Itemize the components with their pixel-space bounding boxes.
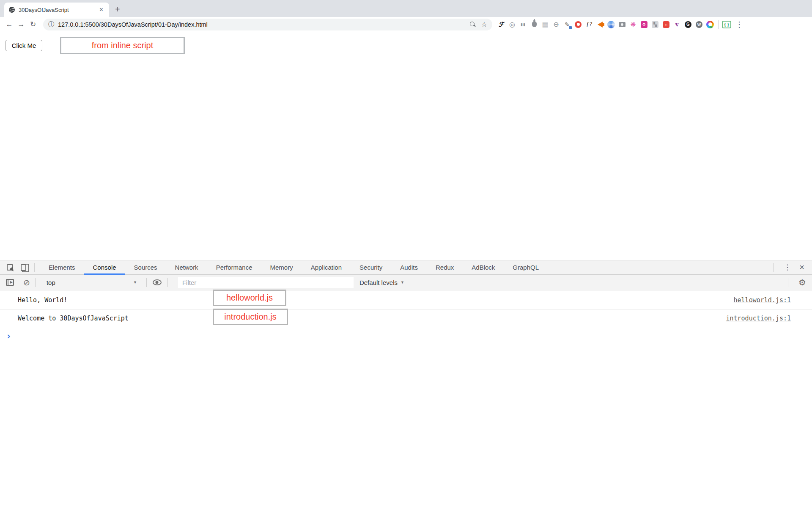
inline-script-output-box: from inline script — [60, 37, 185, 54]
bookmark-star-icon[interactable]: ☆ — [481, 20, 487, 28]
g-circle-extension-icon[interactable]: G — [683, 19, 694, 30]
red-circle-extension-icon[interactable] — [573, 19, 584, 30]
chevron-down-icon: ▼ — [133, 280, 137, 284]
click-me-button[interactable]: Click Me — [5, 40, 42, 51]
camera-extension-icon[interactable] — [617, 19, 628, 30]
fn-question-extension-icon[interactable]: ƒ? — [584, 19, 595, 30]
blocks-extension-icon[interactable]: ▚ — [650, 19, 661, 30]
tab-elements[interactable]: Elements — [40, 260, 84, 275]
tab-close-icon[interactable]: × — [98, 6, 105, 14]
tab-security[interactable]: Security — [351, 260, 391, 275]
tab-title: 30DaysOfJavaScript — [19, 7, 98, 13]
devtools-separator — [167, 278, 168, 287]
tab-console[interactable]: Console — [84, 260, 125, 275]
devtools-menu-icon[interactable]: ⋮ — [779, 263, 796, 272]
devtools-tab-bar: Elements Console Sources Network Perform… — [0, 260, 812, 275]
back-icon[interactable]: ← — [3, 20, 15, 29]
live-expression-eye-icon[interactable] — [153, 279, 162, 285]
chevron-down-icon: ▼ — [401, 280, 404, 284]
browser-navbar: ← → ↻ ⓘ 127.0.0.1:5500/30DaysOfJavaScrip… — [0, 17, 812, 32]
page-info-icon[interactable]: ⓘ — [48, 21, 54, 28]
fonts-extension-icon[interactable]: ℱ — [496, 19, 507, 30]
toolbar-separator — [718, 20, 719, 29]
console-message-row: Hello, World! helloworld.js:1 — [0, 290, 812, 310]
pink-gear-extension-icon[interactable]: ⚙ — [639, 19, 650, 30]
heart-search-extension-icon[interactable]: ♥ — [672, 19, 683, 30]
console-toolbar: ⊘ top ▼ Default levels ▼ ⚙ — [0, 275, 812, 290]
devtools-separator — [788, 278, 788, 287]
browser-menu-icon[interactable]: ⋮ — [735, 20, 743, 29]
address-bar[interactable]: ⓘ 127.0.0.1:5500/30DaysOfJavaScript/01-D… — [43, 19, 492, 30]
tab-network[interactable]: Network — [166, 260, 207, 275]
w-circle-extension-icon[interactable]: W — [694, 19, 705, 30]
context-selector-value: top — [47, 279, 55, 286]
columns-extension-icon[interactable]: ▮▮ — [518, 19, 529, 30]
devtools-separator — [34, 263, 35, 272]
tab-graphql[interactable]: GraphQL — [504, 260, 548, 275]
console-prompt-chevron-icon: › — [6, 331, 11, 341]
reload-icon[interactable]: ↻ — [27, 20, 39, 29]
tab-adblock[interactable]: AdBlock — [463, 260, 504, 275]
console-sidebar-icon[interactable] — [6, 279, 14, 286]
console-prompt-row[interactable]: › — [0, 327, 812, 345]
grid-extension-icon[interactable]: ▦ — [540, 19, 551, 30]
new-tab-button[interactable]: + — [115, 5, 120, 14]
extension-strip: ℱ ◎ ▮▮ ▦ ⊖ ✎ ƒ? ❋ ⚙ ▚ ∩ ♥ G W { } — [496, 19, 732, 30]
log-levels-value: Default levels — [359, 279, 398, 286]
devtools-tabbar-right: ⋮ × — [768, 262, 812, 272]
console-message-text: Welcome to 30DaysOfJavaScript — [18, 315, 129, 322]
globe-favicon-icon — [8, 6, 15, 13]
tab-redux[interactable]: Redux — [427, 260, 463, 275]
swirl-extension-icon[interactable] — [606, 19, 617, 30]
devtools-panel: Elements Console Sources Network Perform… — [0, 260, 812, 508]
annotation-box-helloworld: helloworld.js — [213, 290, 286, 306]
eyedropper-extension-icon[interactable]: ✎ — [562, 19, 573, 30]
annotation-box-introduction: introduction.js — [213, 309, 288, 325]
console-output: Hello, World! helloworld.js:1 Welcome to… — [0, 290, 812, 508]
tab-sources[interactable]: Sources — [125, 260, 166, 275]
devtools-close-icon[interactable]: × — [796, 262, 808, 272]
json-braces-extension-icon[interactable]: { } — [721, 19, 732, 30]
filter-input[interactable] — [178, 277, 354, 288]
circle-minus-extension-icon[interactable]: ⊖ — [551, 19, 562, 30]
devtools-separator — [35, 278, 36, 287]
settings-gear-icon[interactable]: ⚙ — [798, 277, 806, 287]
forward-icon[interactable]: → — [15, 20, 27, 29]
page-content: Click Me from inline script — [0, 32, 812, 260]
browser-tab-strip: 30DaysOfJavaScript × + — [0, 0, 812, 17]
console-message-text: Hello, World! — [18, 296, 67, 304]
devtools-separator — [146, 278, 147, 287]
url-text[interactable]: 127.0.0.1:5500/30DaysOfJavaScript/01-Day… — [58, 21, 469, 28]
devtools-separator — [773, 263, 774, 272]
bug-extension-icon[interactable] — [529, 19, 540, 30]
color-ring-extension-icon[interactable] — [705, 19, 716, 30]
log-levels-dropdown[interactable]: Default levels ▼ — [359, 279, 404, 286]
source-link[interactable]: introduction.js:1 — [726, 315, 791, 322]
megaphone-extension-icon[interactable] — [595, 19, 606, 30]
inspect-element-icon[interactable] — [7, 264, 13, 271]
context-selector-dropdown[interactable]: top ▼ — [41, 279, 141, 286]
console-message-row: Welcome to 30DaysOfJavaScript introducti… — [0, 310, 812, 327]
zoom-icon[interactable] — [469, 21, 476, 28]
tab-performance[interactable]: Performance — [207, 260, 261, 275]
atom-extension-icon[interactable]: ❋ — [628, 19, 639, 30]
target-extension-icon[interactable]: ◎ — [507, 19, 518, 30]
tab-audits[interactable]: Audits — [391, 260, 427, 275]
clear-console-icon[interactable]: ⊘ — [23, 278, 30, 287]
device-toolbar-icon[interactable] — [21, 264, 29, 271]
red-app-extension-icon[interactable]: ∩ — [661, 19, 672, 30]
tab-application[interactable]: Application — [302, 260, 351, 275]
browser-tab[interactable]: 30DaysOfJavaScript × — [4, 3, 109, 17]
tab-memory[interactable]: Memory — [261, 260, 302, 275]
source-link[interactable]: helloworld.js:1 — [734, 296, 791, 304]
